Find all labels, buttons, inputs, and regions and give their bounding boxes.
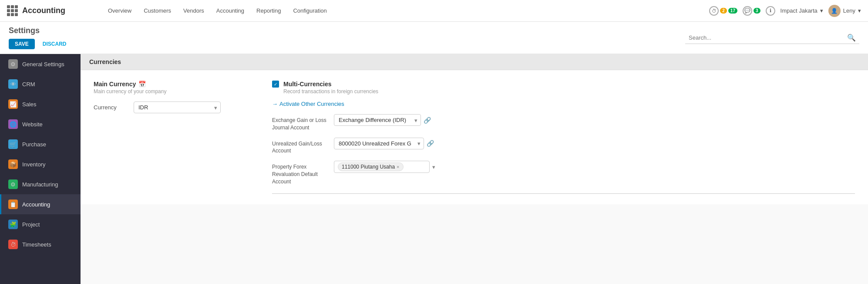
company-chevron: ▾ [820,7,823,14]
sidebar-item-crm[interactable]: 👁 CRM [0,74,81,94]
nav-links: Overview Customers Vendors Accounting Re… [103,5,700,17]
search-icon[interactable]: 🔍 [847,34,856,42]
currency-fields: Exchange Gain or Loss Journal Account Ex… [272,114,855,194]
sidebar-item-accounting[interactable]: 📋 Accounting [0,194,81,214]
sidebar-item-manufacturing[interactable]: ⚙ Manufacturing [0,174,81,194]
property-forex-tag: 111000 Piutang Usaha × [338,162,404,171]
unrealized-gain-select[interactable]: 8000020 Unrealized Forex G [334,138,424,149]
info-badge[interactable]: ℹ [766,6,775,16]
currency-field-row: Currency IDR USD EUR GBP [94,101,246,113]
sidebar-item-timesheets[interactable]: ⏱ Timesheets [0,234,81,254]
sidebar-item-website[interactable]: 🌐 Website [0,114,81,134]
notification-count: 17 [728,8,737,14]
nav-accounting[interactable]: Accounting [211,5,249,17]
exchange-gain-label: Exchange Gain or Loss Journal Account [272,114,329,132]
timesheets-icon: ⏱ [8,240,18,249]
chat-icon: 💬 [743,6,752,16]
currency-select[interactable]: IDR USD EUR GBP [134,101,221,113]
property-forex-dropdown-arrow[interactable]: ▾ [432,164,435,170]
inventory-icon: 📦 [8,159,18,169]
user-menu[interactable]: 👤 Leny ▾ [828,5,861,17]
multi-currency-checkbox[interactable]: ✓ [272,81,279,88]
currency-field-label: Currency [94,104,128,111]
bottom-divider [272,193,855,194]
logo-area: Accounting [7,5,94,16]
main-currency-subtitle: Main currency of your company [94,88,246,95]
property-forex-tag-close[interactable]: × [397,164,399,169]
property-forex-tag-label: 111000 Piutang Usaha [342,164,395,170]
exchange-gain-external-link[interactable]: 🔗 [424,117,431,124]
search-bar: 🔍 [685,32,859,44]
property-forex-row: Property Forex Revaluation Default Accou… [272,161,855,185]
content-area: Currencies Main Currency 📅 Main currency… [81,54,868,284]
multi-currency-title: Multi-Currencies [283,81,378,88]
sidebar-item-project[interactable]: 🧩 Project [0,214,81,234]
property-forex-tag-field[interactable]: 111000 Piutang Usaha × [334,161,430,173]
sidebar-label-manufacturing: Manufacturing [22,181,58,188]
sidebar-label-inventory: Inventory [22,161,45,168]
exchange-gain-row: Exchange Gain or Loss Journal Account Ex… [272,114,855,132]
sidebar-item-inventory[interactable]: 📦 Inventory [0,154,81,174]
app-grid-icon[interactable] [7,5,18,16]
sidebar-label-website: Website [22,121,43,128]
exchange-gain-select-wrap: Exchange Difference (IDR) [334,114,421,126]
section-body: Main Currency 📅 Main currency of your co… [81,70,868,204]
sidebar-label-sales: Sales [22,101,37,108]
unrealized-gain-select-wrap: 8000020 Unrealized Forex G [334,138,424,149]
main-layout: ⚙ General Settings 👁 CRM 📈 Sales 🌐 Websi… [0,54,868,284]
crm-icon: 👁 [8,79,18,89]
company-name: Impact Jakarta [781,7,818,14]
purchase-icon: 🛒 [8,139,18,149]
app-title: Accounting [22,6,65,15]
clock-icon: ⏱ [709,6,719,16]
nav-vendors[interactable]: Vendors [178,5,209,17]
multi-currency-panel: ✓ Multi-Currencies Record transactions i… [272,81,855,194]
sidebar: ⚙ General Settings 👁 CRM 📈 Sales 🌐 Websi… [0,54,81,284]
company-selector[interactable]: Impact Jakarta ▾ [781,7,823,14]
sales-icon: 📈 [8,99,18,109]
currency-select-wrapper: IDR USD EUR GBP [134,101,221,113]
save-button[interactable]: SAVE [9,39,35,49]
nav-configuration[interactable]: Configuration [288,5,332,17]
top-navigation: Accounting Overview Customers Vendors Ac… [0,0,868,22]
section-header: Currencies [81,54,868,70]
info-icon: ℹ [766,6,775,16]
calendar-icon: 📅 [138,81,146,88]
project-icon: 🧩 [8,220,18,229]
accounting-icon: 📋 [8,199,18,209]
user-chevron: ▾ [858,7,861,14]
activity-count: 2 [720,8,727,14]
sidebar-item-general-settings[interactable]: ⚙ General Settings [0,54,81,74]
subheader: Settings SAVE DISCARD 🔍 [0,22,868,54]
general-settings-icon: ⚙ [8,59,18,69]
unrealized-gain-label: Unrealized Gain/Loss Account [272,138,329,155]
website-icon: 🌐 [8,119,18,129]
exchange-gain-select[interactable]: Exchange Difference (IDR) [334,114,421,126]
sidebar-item-sales[interactable]: 📈 Sales [0,94,81,114]
page-title: Settings [9,26,71,35]
main-currency-title: Main Currency 📅 [94,81,246,88]
activate-currencies-link[interactable]: Activate Other Currencies [272,101,344,107]
nav-overview[interactable]: Overview [103,5,137,17]
property-forex-label: Property Forex Revaluation Default Accou… [272,161,329,185]
sidebar-label-timesheets: Timesheets [22,241,51,248]
sidebar-label-project: Project [22,221,40,228]
nav-customers[interactable]: Customers [138,5,176,17]
search-input[interactable] [689,34,847,41]
sidebar-label-accounting: Accounting [22,201,50,208]
sidebar-label-crm: CRM [22,81,35,88]
section-title: Currencies [89,58,121,65]
discard-button[interactable]: DISCARD [38,39,71,49]
manufacturing-icon: ⚙ [8,179,18,189]
activity-badge[interactable]: ⏱ 2 17 [709,6,737,16]
sidebar-label-purchase: Purchase [22,141,46,148]
main-currency-panel: Main Currency 📅 Main currency of your co… [94,81,246,194]
unrealized-gain-external-link[interactable]: 🔗 [427,140,434,147]
subheader-left: Settings SAVE DISCARD [9,26,71,49]
sidebar-item-purchase[interactable]: 🛒 Purchase [0,134,81,154]
message-badge[interactable]: 💬 3 [743,6,760,16]
user-avatar: 👤 [828,5,841,17]
nav-reporting[interactable]: Reporting [251,5,286,17]
unrealized-gain-row: Unrealized Gain/Loss Account 8000020 Unr… [272,138,855,155]
sidebar-label-general-settings: General Settings [22,61,64,68]
